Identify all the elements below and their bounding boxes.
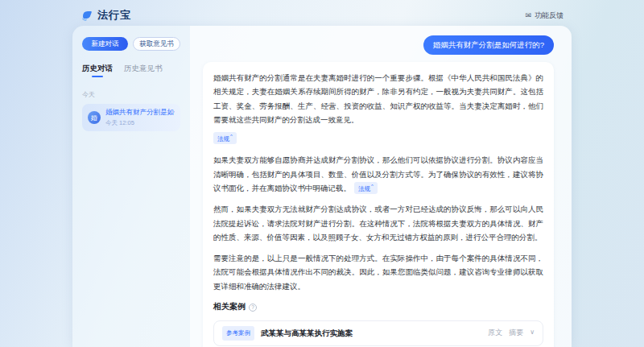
- paragraph-text: 婚姻共有财产的分割通常是在夫妻离婚时进行的一个重要步骤。根据《中华人民共和国民法…: [213, 73, 543, 125]
- citation-line: 法规^: [213, 132, 543, 147]
- chat-avatar: 婚: [88, 111, 101, 124]
- related-cases-title: 相关案例: [213, 299, 246, 315]
- law-citation-badge[interactable]: 法规^: [213, 132, 237, 144]
- chevron-down-icon[interactable]: ∨: [530, 327, 535, 339]
- chat-area: 婚姻共有财产分割是如何进行的? 婚姻共有财产的分割通常是在夫妻离婚时进行的一个重…: [190, 26, 572, 347]
- top-header: 法行宝 ✉ 功能反馈: [0, 0, 644, 26]
- sidebar: 新建对话 获取意见书 历史对话 历史意见书 今天 婚 婚姻共有财产分割是如何..…: [72, 26, 190, 347]
- mail-icon: ✉: [525, 11, 531, 19]
- tab-history-chats[interactable]: 历史对话: [82, 64, 113, 79]
- chat-item-time: 今天 12:05: [105, 119, 175, 127]
- date-group-label: 今天: [82, 90, 180, 99]
- law-citation-badge[interactable]: 法规^: [354, 182, 378, 194]
- case-actions: 原文 摘要 ∨: [488, 326, 535, 340]
- app-panel: 新建对话 获取意见书 历史对话 历史意见书 今天 婚 婚姻共有财产分割是如何..…: [72, 26, 572, 347]
- answer-paragraph: 然而，如果夫妻双方无法就财产分割达成协议，或者一方对已经达成的协议反悔，那么可以…: [213, 202, 543, 245]
- app-logo-text: 法行宝: [97, 8, 131, 23]
- feedback-label: 功能反馈: [535, 10, 564, 21]
- get-opinion-button[interactable]: 获取意见书: [133, 37, 180, 51]
- chat-item-meta: 婚姻共有财产分割是如何... 今天 12:05: [105, 108, 175, 127]
- app-logo: 法行宝: [80, 8, 131, 23]
- case-row[interactable]: 参考案例 武某某与高某某执行实施案 原文 摘要 ∨: [213, 320, 543, 346]
- info-icon[interactable]: ?: [249, 304, 257, 312]
- citation-caret-icon: ^: [230, 134, 233, 138]
- answer-paragraph: 婚姻共有财产的分割通常是在夫妻离婚时进行的一个重要步骤。根据《中华人民共和国民法…: [213, 71, 543, 127]
- user-message-bubble: 婚姻共有财产分割是如何进行的?: [423, 35, 554, 55]
- new-chat-button[interactable]: 新建对话: [82, 37, 128, 51]
- chat-item-title: 婚姻共有财产分割是如何...: [105, 108, 175, 118]
- case-summary-link[interactable]: 摘要: [509, 326, 523, 340]
- paragraph-text: 如果夫妻双方能够自愿协商并达成财产分割协议，那么他们可以依据协议进行分割。协议内…: [213, 155, 543, 192]
- tab-history-opinions[interactable]: 历史意见书: [124, 64, 163, 79]
- case-original-link[interactable]: 原文: [488, 326, 502, 340]
- assistant-answer-card: 婚姻共有财产的分割通常是在夫妻离婚时进行的一个重要步骤。根据《中华人民共和国民法…: [203, 62, 554, 347]
- sidebar-tabs: 历史对话 历史意见书: [82, 64, 180, 79]
- reference-case-badge: 参考案例: [222, 326, 254, 341]
- faxingbao-logo-icon: [80, 9, 93, 22]
- history-chat-item[interactable]: 婚 婚姻共有财产分割是如何... 今天 12:05: [82, 104, 180, 131]
- related-cases-header: 相关案例 ?: [213, 299, 543, 315]
- law-badge-label: 法规: [217, 135, 229, 143]
- case-title: 武某某与高某某执行实施案: [261, 329, 353, 337]
- answer-paragraph: 如果夫妻双方能够自愿协商并达成财产分割协议，那么他们可以依据协议进行分割。协议内…: [213, 153, 543, 196]
- citation-caret-icon: ^: [371, 184, 374, 188]
- feedback-button[interactable]: ✉ 功能反馈: [525, 10, 564, 21]
- answer-paragraph: 需要注意的是，以上只是一般情况下的处理方式。在实际操作中，由于每个案件的具体情况…: [213, 251, 543, 294]
- law-badge-label: 法规: [358, 184, 370, 192]
